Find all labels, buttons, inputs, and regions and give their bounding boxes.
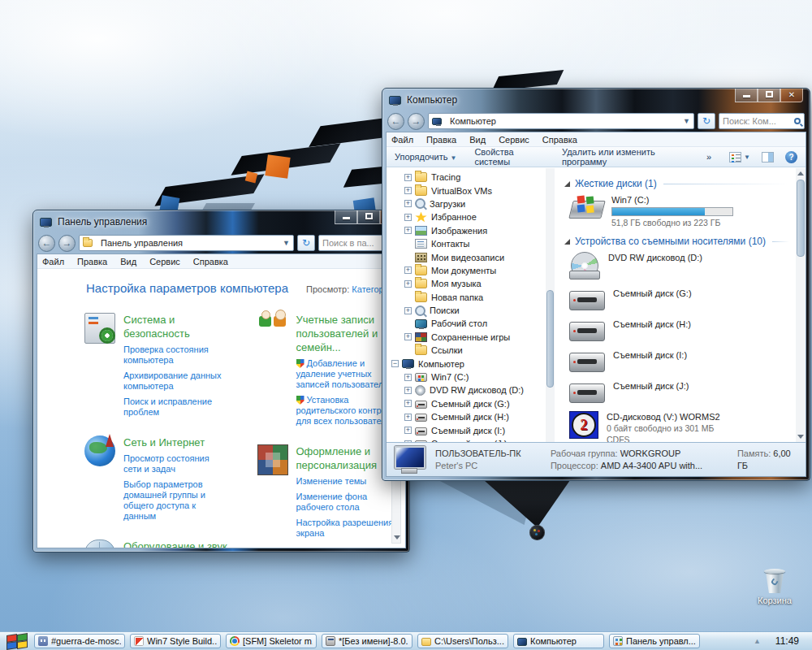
- expand-icon[interactable]: +: [404, 214, 412, 221]
- tree-scrollbar-thumb[interactable]: [546, 290, 554, 388]
- tray-expand-icon[interactable]: ▲: [754, 637, 761, 645]
- drive-item[interactable]: 2CD-дисковод (V:) WORMS20 байт свободно …: [569, 411, 789, 442]
- computer-titlebar[interactable]: Компьютер ✕: [382, 89, 810, 111]
- drive-item[interactable]: Съемный диск (I:): [569, 349, 789, 372]
- maximize-button[interactable]: [758, 89, 780, 102]
- drive-name[interactable]: Win7 (C:): [611, 195, 733, 205]
- drive-item[interactable]: Съемный диск (J:): [569, 380, 789, 403]
- tree-item-label[interactable]: Мои видеозаписи: [431, 253, 504, 262]
- tree-item-label[interactable]: Мои документы: [431, 266, 496, 275]
- tree-item-label[interactable]: Win7 (C:): [431, 372, 469, 382]
- menu-item-правка[interactable]: Правка: [77, 257, 107, 266]
- expand-icon[interactable]: +: [404, 400, 412, 407]
- group-expander-icon[interactable]: [564, 181, 570, 187]
- expand-icon[interactable]: +: [404, 266, 412, 274]
- category-task-link[interactable]: Выбор параметров домашней группы и общег…: [123, 479, 229, 522]
- category-task-link[interactable]: Поиск и исправление проблем: [123, 396, 229, 418]
- address-dropdown-icon[interactable]: ▼: [283, 239, 290, 247]
- expand-icon[interactable]: +: [404, 227, 412, 234]
- taskbar-button[interactable]: Компьютер: [513, 634, 604, 648]
- recycle-bin-icon[interactable]: [764, 569, 785, 593]
- refresh-button[interactable]: ↻: [698, 113, 715, 129]
- category-task-link[interactable]: Изменение фона рабочего стола: [296, 492, 402, 513]
- back-button[interactable]: ←: [38, 235, 55, 252]
- expand-icon[interactable]: +: [404, 414, 412, 421]
- category-title[interactable]: Оборудование и звук: [123, 540, 229, 548]
- expand-icon[interactable]: +: [404, 387, 412, 394]
- tree-item-label[interactable]: Новая папка: [431, 292, 483, 302]
- menu-item-справка[interactable]: Справка: [542, 135, 577, 145]
- toolbar-overflow-button[interactable]: »: [706, 152, 711, 162]
- menu-item-файл[interactable]: Файл: [391, 135, 413, 145]
- forward-button[interactable]: →: [408, 113, 425, 130]
- drive-name[interactable]: Съемный диск (G:): [613, 288, 692, 298]
- search-box[interactable]: Поиск: Ком...: [719, 113, 805, 129]
- scroll-up-icon[interactable]: [797, 171, 804, 176]
- drive-item[interactable]: Съемный диск (G:): [569, 288, 789, 310]
- drives-scrollbar[interactable]: [796, 168, 806, 442]
- menu-item-файл[interactable]: Файл: [42, 257, 64, 266]
- tree-item-label[interactable]: VirtualBox VMs: [431, 186, 492, 196]
- start-button[interactable]: [5, 634, 29, 648]
- expand-icon[interactable]: +: [404, 374, 412, 381]
- address-dropdown-icon[interactable]: ▼: [683, 117, 690, 125]
- tree-item-label[interactable]: Избранное: [431, 212, 477, 222]
- drives-scrollbar-thumb[interactable]: [797, 180, 805, 257]
- tree-item-label[interactable]: Контакты: [431, 239, 470, 249]
- category-task-link[interactable]: Просмотр состояния сети и задач: [123, 453, 229, 474]
- menu-item-правка[interactable]: Правка: [426, 135, 456, 145]
- drive-item[interactable]: Win7 (C:)51,8 ГБ свободно из 223 ГБ: [569, 194, 789, 228]
- maximize-button[interactable]: [357, 210, 380, 224]
- drive-name[interactable]: Съемный диск (J:): [613, 381, 689, 391]
- help-button[interactable]: ?: [785, 151, 797, 163]
- category-task-link[interactable]: Архивирование данных компьютера: [123, 370, 229, 392]
- category-title[interactable]: Сеть и Интернет: [123, 436, 229, 449]
- collapse-icon[interactable]: −: [391, 360, 399, 367]
- category-task-link[interactable]: Настройка разрешения экрана: [296, 518, 402, 539]
- tree-item-label[interactable]: Компьютер: [418, 359, 464, 369]
- tree-item-label[interactable]: Поиски: [430, 306, 460, 315]
- expand-icon[interactable]: +: [404, 200, 412, 207]
- preview-pane-button[interactable]: [762, 152, 774, 162]
- recycle-bin[interactable]: Корзина: [749, 569, 801, 605]
- tree-scrollbar[interactable]: [546, 168, 555, 442]
- category-task-link[interactable]: Проверка состояния компьютера: [123, 344, 229, 366]
- menu-item-вид[interactable]: Вид: [469, 135, 486, 145]
- tree-item-label[interactable]: Ссылки: [431, 345, 463, 355]
- scroll-down-icon[interactable]: [797, 435, 804, 439]
- back-button[interactable]: ←: [387, 113, 404, 130]
- expand-icon[interactable]: +: [404, 187, 412, 194]
- group-title[interactable]: Жесткие диски (1): [575, 178, 657, 189]
- uninstall-program-button[interactable]: Удалить или изменить программу: [562, 147, 689, 167]
- tree-item-label[interactable]: Загрузки: [430, 199, 465, 209]
- drive-name[interactable]: CD-дисковод (V:) WORMS2: [607, 412, 720, 422]
- scroll-down-icon[interactable]: [394, 535, 400, 540]
- tree-item-label[interactable]: Tracing: [431, 172, 460, 182]
- taskbar-clock[interactable]: 11:49: [775, 635, 799, 647]
- tree-item-label[interactable]: DVD RW дисковод (D:): [430, 385, 524, 395]
- organize-button[interactable]: Упорядочить▼: [395, 152, 456, 162]
- taskbar-button[interactable]: *[Без имени]-8.0...: [322, 634, 412, 648]
- taskbar-button[interactable]: [SFM] Skeletor m...: [226, 634, 317, 648]
- menu-item-вид[interactable]: Вид: [120, 257, 136, 266]
- menu-item-сервис[interactable]: Сервис: [499, 135, 529, 145]
- address-bar[interactable]: Компьютер ▼: [428, 113, 694, 129]
- tree-item-label[interactable]: Съемный диск (H:): [431, 412, 509, 422]
- change-view-button[interactable]: ▼: [729, 152, 750, 162]
- drive-item[interactable]: DVD RW дисковод (D:): [569, 252, 789, 280]
- system-properties-button[interactable]: Свойства системы: [474, 147, 544, 167]
- expand-icon[interactable]: +: [404, 427, 412, 434]
- group-expander-icon[interactable]: [564, 239, 570, 245]
- tree-item-label[interactable]: Съемный диск (G:): [431, 399, 510, 409]
- menu-item-справка[interactable]: Справка: [193, 257, 228, 266]
- tree-item-label[interactable]: Изображения: [431, 226, 487, 236]
- tree-item-label[interactable]: Сохраненные игры: [431, 332, 510, 342]
- address-bar[interactable]: Панель управления ▼: [79, 235, 294, 251]
- expand-icon[interactable]: +: [404, 307, 412, 314]
- minimize-button[interactable]: [335, 210, 357, 224]
- expand-icon[interactable]: +: [404, 280, 412, 288]
- tree-item-label[interactable]: Съемный диск (I:): [431, 426, 505, 436]
- taskbar-button[interactable]: C:\Users\Польз...: [417, 634, 508, 648]
- forward-button[interactable]: →: [58, 235, 76, 252]
- tree-item-label[interactable]: Моя музыка: [431, 279, 482, 288]
